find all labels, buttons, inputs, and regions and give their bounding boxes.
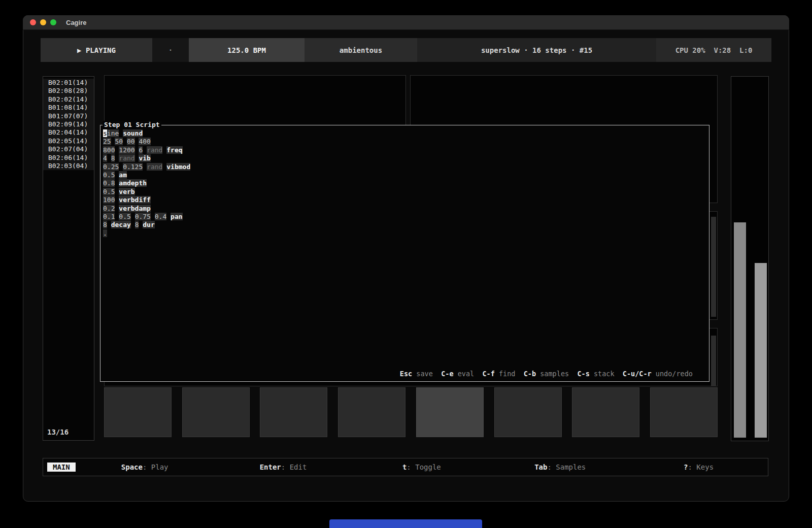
step-box[interactable] <box>494 387 562 437</box>
pattern-sidebar: B02:01(14)B02:08(28)B02:02(14)B01:08(14)… <box>43 76 94 441</box>
pattern-item[interactable]: B02:04(14) <box>43 128 94 137</box>
status-hint: t: Toggle <box>352 463 491 471</box>
pattern-list: B02:01(14)B02:08(28)B02:02(14)B01:08(14)… <box>43 77 94 170</box>
help-key: C-b <box>524 370 536 378</box>
script-token <box>107 221 111 228</box>
minimize-button[interactable] <box>40 19 46 25</box>
beat-indicator: · <box>152 38 189 62</box>
script-token: amdepth <box>119 179 147 187</box>
level-meters-panel <box>731 76 769 441</box>
script-line: 8 decay 8 dur <box>103 221 190 229</box>
step-box[interactable] <box>650 387 718 437</box>
bpm-display[interactable]: 125.0 BPM <box>189 38 304 62</box>
pattern-item[interactable]: B02:09(14) <box>43 120 94 128</box>
script-token: vibmod <box>166 163 190 171</box>
script-token: 0.125 <box>123 163 143 171</box>
script-token <box>131 213 135 220</box>
pattern-item[interactable]: B02:07(04) <box>43 145 94 153</box>
panel-middle-scroll <box>711 217 716 317</box>
close-button[interactable] <box>30 19 36 25</box>
script-line: 25 50 00 400 <box>103 138 190 146</box>
status-hint: Space: Play <box>76 463 214 471</box>
script-token <box>166 213 171 220</box>
window-title: Cagire <box>66 19 86 26</box>
step-box[interactable] <box>572 387 639 437</box>
script-token: 0.1 <box>103 213 115 220</box>
step-box[interactable] <box>104 387 172 437</box>
status-hint: Enter: Edit <box>214 463 353 471</box>
script-token: 800 <box>103 146 115 154</box>
script-token: 0.8 <box>103 179 115 187</box>
text-cursor: s <box>103 129 107 137</box>
step-position-label: 13/16 <box>47 428 69 436</box>
script-token: pan <box>171 213 182 220</box>
pattern-item[interactable]: B02:01(14) <box>43 79 94 87</box>
help-key: C-f <box>482 370 494 378</box>
scene-name: ambientous <box>304 38 417 62</box>
editor-title: Step 01 Script <box>103 121 161 128</box>
script-editor[interactable]: sine sound25 50 00 400800 1200 6 rand fr… <box>103 129 190 238</box>
script-token: verbdamp <box>119 205 151 212</box>
script-token <box>107 154 111 162</box>
script-token: 1200 <box>119 146 134 154</box>
script-token <box>119 163 123 171</box>
help-key: C-e <box>441 370 453 378</box>
script-token: 25 <box>103 138 111 145</box>
pattern-item[interactable]: B02:03(04) <box>43 162 94 170</box>
script-token <box>119 129 123 137</box>
pattern-item[interactable]: B02:02(14) <box>43 95 94 104</box>
pattern-info: superslow · 16 steps · #15 <box>417 38 656 62</box>
pattern-item[interactable]: B01:07(07) <box>43 112 94 120</box>
script-token: verbdiff <box>119 196 151 204</box>
script-token <box>151 213 155 220</box>
editor-help-line: Esc save C-e eval C-f find C-b samples C… <box>400 370 693 378</box>
script-token: vib <box>139 154 150 162</box>
system-stats: CPU 20% V:28 L:0 <box>656 38 771 62</box>
script-token: 4 <box>103 154 107 162</box>
script-line: 4 8 rand vib <box>103 154 190 162</box>
script-token: sound <box>123 129 143 137</box>
pattern-item[interactable]: B01:08(14) <box>43 104 94 112</box>
hint-key: Enter <box>260 463 281 471</box>
script-token: rand <box>147 163 162 171</box>
dock-hint <box>329 519 482 528</box>
screen: Cagire ▶ PLAYING · 125.0 BPM ambientous … <box>0 0 812 528</box>
steps-row <box>104 386 718 439</box>
step-box[interactable] <box>182 387 250 437</box>
script-token: 0.5 <box>103 171 115 179</box>
script-token: 8 <box>103 221 107 228</box>
step-box[interactable] <box>260 387 327 437</box>
meter-bar-left <box>734 222 746 438</box>
script-line: 800 1200 6 rand freq <box>103 146 190 154</box>
script-token: . <box>103 229 107 237</box>
script-token <box>123 138 127 145</box>
script-token <box>143 163 147 171</box>
script-token: 0.5 <box>119 213 130 220</box>
zoom-button[interactable] <box>50 19 56 25</box>
script-token: 50 <box>115 138 123 145</box>
pattern-item[interactable]: B02:06(14) <box>43 154 94 162</box>
help-key: Esc <box>400 370 412 378</box>
transport-bar: ▶ PLAYING · 125.0 BPM ambientous supersl… <box>41 38 771 62</box>
script-token: rand <box>119 154 134 162</box>
mode-badge: MAIN <box>47 463 76 472</box>
script-line: 0.25 0.125 rand vibmod <box>103 163 190 171</box>
hint-key: Tab <box>534 463 547 471</box>
script-token: dur <box>143 221 154 228</box>
pattern-item[interactable]: B02:08(28) <box>43 87 94 95</box>
step-box[interactable] <box>416 387 484 437</box>
step-box[interactable] <box>338 387 405 437</box>
script-token: 00 <box>127 138 135 145</box>
script-token: 0.75 <box>135 213 151 220</box>
transport-status[interactable]: ▶ PLAYING <box>41 38 152 62</box>
script-line: 0.5 am <box>103 171 190 179</box>
script-token: 0.4 <box>155 213 166 220</box>
titlebar: Cagire <box>23 15 789 30</box>
script-token: decay <box>111 221 131 228</box>
status-hints: Space: PlayEnter: Editt: ToggleTab: Samp… <box>76 463 768 471</box>
pattern-item[interactable]: B02:05(14) <box>43 137 94 145</box>
status-hint: Tab: Samples <box>491 463 629 471</box>
help-key: C-u/C-r <box>623 370 652 378</box>
help-key: C-s <box>577 370 589 378</box>
script-line: . <box>103 229 190 238</box>
